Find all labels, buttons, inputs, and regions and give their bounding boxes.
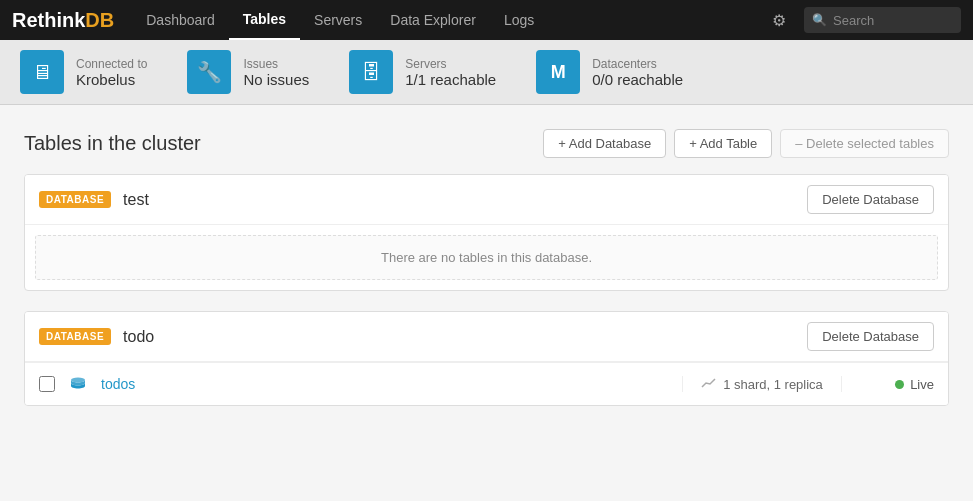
issues-label: Issues <box>243 57 309 71</box>
main-content: Tables in the cluster + Add Database + A… <box>0 105 973 450</box>
servers-value: 1/1 reachable <box>405 71 496 88</box>
connected-label: Connected to <box>76 57 147 71</box>
shard-info: 1 shard, 1 replica <box>723 377 823 392</box>
status-bar: 🖥 Connected to Krobelus 🔧 Issues No issu… <box>0 40 973 105</box>
datacenters-label: Datacenters <box>592 57 683 71</box>
nav-dashboard[interactable]: Dashboard <box>132 0 229 40</box>
search-icon: 🔍 <box>812 13 827 27</box>
search-box: 🔍 <box>804 7 961 33</box>
wrench-icon: 🔧 <box>187 50 231 94</box>
table-status-todos: Live <box>854 377 934 392</box>
table-name-todos[interactable]: todos <box>101 376 670 392</box>
logo-rethink: Rethink <box>12 9 85 31</box>
db-header-test: DATABASE test Delete Database <box>25 175 948 225</box>
tables-actions: + Add Database + Add Table – Delete sele… <box>543 129 949 158</box>
db-name-todo: todo <box>123 328 154 346</box>
datacenters-value: 0/0 reachable <box>592 71 683 88</box>
status-issues: 🔧 Issues No issues <box>187 50 309 94</box>
database-icon: 🗄 <box>349 50 393 94</box>
servers-label: Servers <box>405 57 496 71</box>
status-dot-icon <box>895 380 904 389</box>
delete-database-todo-button[interactable]: Delete Database <box>807 322 934 351</box>
nav-data-explorer[interactable]: Data Explorer <box>376 0 490 40</box>
db-badge-test: DATABASE <box>39 191 111 208</box>
db-section-test: DATABASE test Delete Database There are … <box>24 174 949 291</box>
table-checkbox-todos[interactable] <box>39 376 55 392</box>
delete-selected-button[interactable]: – Delete selected tables <box>780 129 949 158</box>
tables-header: Tables in the cluster + Add Database + A… <box>24 129 949 158</box>
table-meta-todos: 1 shard, 1 replica <box>682 376 842 392</box>
monitor-icon: 🖥 <box>20 50 64 94</box>
db-badge-todo: DATABASE <box>39 328 111 345</box>
nav-links: Dashboard Tables Servers Data Explorer L… <box>132 0 762 40</box>
chart-icon <box>701 376 717 392</box>
gear-icon[interactable]: ⚙ <box>762 11 796 30</box>
navbar: RethinkDB Dashboard Tables Servers Data … <box>0 0 973 40</box>
table-status-label: Live <box>910 377 934 392</box>
db-header-todo: DATABASE todo Delete Database <box>25 312 948 362</box>
no-tables-message-test: There are no tables in this database. <box>35 235 938 280</box>
svg-point-0 <box>71 378 85 383</box>
db-name-test: test <box>123 191 149 209</box>
m-icon: M <box>536 50 580 94</box>
logo-db: DB <box>85 9 114 31</box>
status-datacenters: M Datacenters 0/0 reachable <box>536 50 683 94</box>
search-input[interactable] <box>833 13 953 28</box>
nav-logs[interactable]: Logs <box>490 0 548 40</box>
page-title: Tables in the cluster <box>24 132 201 155</box>
table-row: todos 1 shard, 1 replica Live <box>25 362 948 405</box>
status-servers: 🗄 Servers 1/1 reachable <box>349 50 496 94</box>
issues-value: No issues <box>243 71 309 88</box>
nav-servers[interactable]: Servers <box>300 0 376 40</box>
add-database-button[interactable]: + Add Database <box>543 129 666 158</box>
connected-value: Krobelus <box>76 71 147 88</box>
status-connected: 🖥 Connected to Krobelus <box>20 50 147 94</box>
db-section-todo: DATABASE todo Delete Database todos <box>24 311 949 406</box>
add-table-button[interactable]: + Add Table <box>674 129 772 158</box>
nav-tables[interactable]: Tables <box>229 0 300 40</box>
delete-database-test-button[interactable]: Delete Database <box>807 185 934 214</box>
table-stack-icon <box>67 373 89 395</box>
app-logo[interactable]: RethinkDB <box>12 9 114 32</box>
